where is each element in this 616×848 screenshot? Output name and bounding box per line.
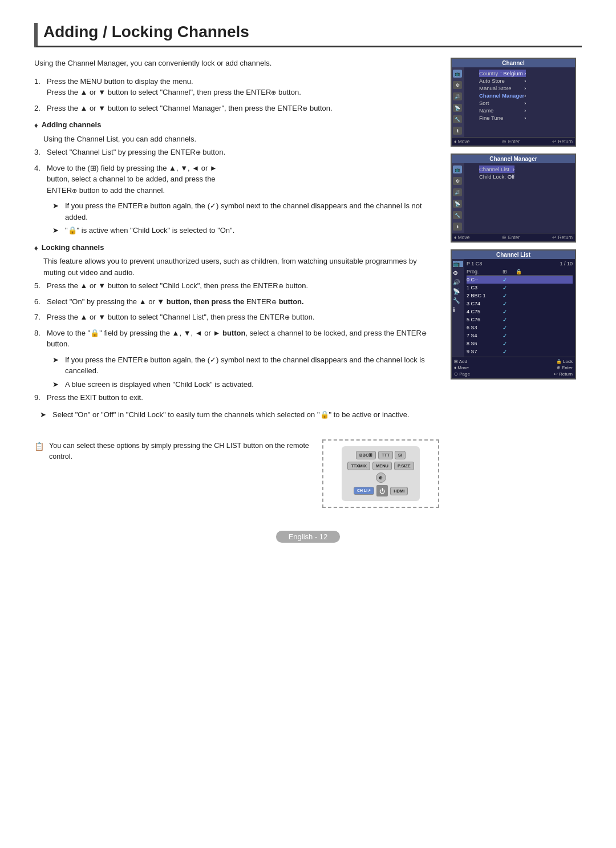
step-num: 8. bbox=[34, 328, 43, 350]
ch-add-check: ✓ bbox=[499, 285, 511, 291]
step-1: 1. Press the MENU button to display the … bbox=[34, 76, 439, 98]
channel-row-3: 3 C74 ✓ bbox=[467, 300, 573, 308]
ch-num-name: 0 C-- bbox=[467, 277, 496, 282]
menu-item: Name bbox=[479, 107, 493, 114]
channel-menu-row: Country : Belgium › bbox=[479, 70, 526, 77]
footer-enter: ⊕ Enter bbox=[502, 235, 520, 240]
locking-channels-section: ♦ Locking channels This feature allows y… bbox=[34, 242, 439, 278]
cl-footer-row1: ⊞ Add 🔒 Lock bbox=[454, 358, 573, 365]
cl-col-headers: Prog. ⊞ 🔒 bbox=[467, 268, 573, 276]
tv-icon-5: 🔧 bbox=[453, 211, 462, 219]
remote-btn-ttxmix: TTXMIX bbox=[347, 462, 370, 470]
menu-item: Sort bbox=[479, 100, 489, 106]
step-text: Select "Channel List" by pressing the EN… bbox=[47, 147, 225, 158]
diamond-icon: ♦ bbox=[34, 120, 38, 131]
step-num: 1. bbox=[34, 76, 43, 98]
ch-add-check: ✓ bbox=[499, 333, 511, 339]
cl-footer-row2: ♦ Move ⊕ Enter bbox=[454, 365, 573, 371]
diamond-icon: ♦ bbox=[34, 243, 38, 254]
cl-icon-2: ⚙ bbox=[453, 270, 463, 276]
arrow-icon: ➤ bbox=[40, 409, 49, 421]
screen-footer: ♦ Move ⊕ Enter ↩ Return bbox=[452, 233, 575, 241]
step-4: 4. Move to the (⊞) field by pressing the… bbox=[34, 163, 439, 196]
remote-btn-psize: P.SIZE bbox=[394, 462, 414, 470]
cl-screen-title: Channel List bbox=[452, 251, 575, 259]
ch-add-check: ✓ bbox=[499, 325, 511, 331]
remote-btn-bbc: BBC⊞ bbox=[356, 451, 376, 459]
arrow-icon: ➤ bbox=[52, 379, 62, 390]
footer-return: ↩ Return bbox=[552, 235, 573, 240]
menu-item: Auto Store bbox=[479, 78, 505, 84]
cl-page-info: 1 / 10 bbox=[560, 261, 573, 266]
menu-item: Channel Manager bbox=[479, 92, 524, 99]
ch-num-name: 6 S3 bbox=[467, 325, 496, 330]
channel-row-7: 7 S4 ✓ bbox=[467, 332, 573, 340]
step-num: 2. bbox=[34, 103, 43, 114]
menu-item-country-val: : Belgium › bbox=[500, 70, 526, 76]
step-8-note1: ➤ If you press the ENTER⊕ button again, … bbox=[43, 354, 439, 377]
ch-num-name: 7 S4 bbox=[467, 333, 496, 338]
ch-add-check: ✓ bbox=[499, 317, 511, 323]
col-add: ⊞ bbox=[499, 269, 511, 274]
ch-num-name: 5 C76 bbox=[467, 317, 496, 322]
ch-num-name: 3 C74 bbox=[467, 301, 496, 306]
page-footer: English - 12 bbox=[34, 531, 582, 543]
child-lock-val: : Off bbox=[504, 173, 514, 180]
tv-icon-3: 🔊 bbox=[453, 92, 462, 100]
channel-row-5: 5 C76 ✓ bbox=[467, 316, 573, 324]
step-text: Press the EXIT button to exit. bbox=[47, 392, 143, 403]
step-text: Press the ▲ or ▼ button to select "Child… bbox=[47, 280, 308, 292]
note-text: If you press the ENTER⊕ button again, th… bbox=[65, 200, 439, 223]
step-8-note2: ➤ A blue screen is displayed when "Child… bbox=[43, 379, 439, 390]
channel-row-8: 8 S6 ✓ bbox=[467, 340, 573, 348]
locking-channels-header: Locking channels bbox=[42, 242, 104, 253]
footer-move: ♦ Move bbox=[454, 139, 469, 144]
cl-icon-5: 🔧 bbox=[453, 297, 463, 304]
footer-move: ♦ Move bbox=[454, 235, 469, 240]
channel-manager-screen: Channel Manager 📺 ⚙ 🔊 📡 🔧 ℹ Channel List… bbox=[451, 154, 576, 243]
tv-sidebar-icons: 📺 ⚙ 🔊 📡 🔧 ℹ bbox=[452, 163, 464, 233]
main-content: Using the Channel Manager, you can conve… bbox=[34, 58, 439, 508]
adding-channels-section: ♦ Adding channels Using the Channel List… bbox=[34, 119, 439, 144]
remote-btn-chlist: CH LI↗ bbox=[354, 487, 374, 495]
step-7: 7. Press the ▲ or ▼ button to select "Ch… bbox=[34, 312, 439, 323]
step-4-note1: ➤ If you press the ENTER⊕ button again, … bbox=[43, 200, 439, 223]
cl-lock-label: 🔒 Lock bbox=[556, 359, 573, 364]
col-lock: 🔒 bbox=[513, 269, 524, 274]
footer-return: ↩ Return bbox=[552, 139, 573, 144]
cl-page-label: ⊙ Page bbox=[454, 371, 470, 377]
channel-menu-row: Sort › bbox=[479, 99, 526, 107]
adding-channels-desc: Using the Channel List, you can add chan… bbox=[43, 134, 439, 145]
step-text: Press the MENU button to display the men… bbox=[47, 76, 301, 98]
cl-body: 📺 ⚙ 🔊 📡 🔧 ℹ P 1 C3 1 / 10 Prog. ⊞ � bbox=[452, 259, 575, 357]
step-num: 4. bbox=[34, 163, 43, 196]
cl-sidebar: 📺 ⚙ 🔊 📡 🔧 ℹ bbox=[452, 259, 464, 357]
step-6: 6. Select "On" by pressing the ▲ or ▼ bu… bbox=[34, 296, 439, 308]
menu-item-country: Country bbox=[479, 70, 498, 76]
tv-icon-1: 📺 bbox=[453, 165, 462, 173]
steps-list: 1. Press the MENU button to display the … bbox=[34, 76, 439, 403]
tv-icon-4: 📡 bbox=[453, 104, 462, 112]
ch-add-check: ✓ bbox=[499, 341, 511, 347]
remote-control-diagram: BBC⊞ TTT SI TTXMIX MENU P.SIZE ⊕ bbox=[322, 439, 439, 508]
channel-list-screen: Channel List 📺 ⚙ 🔊 📡 🔧 ℹ P 1 C3 1 / 10 bbox=[451, 249, 576, 379]
tv-icon-6: ℹ bbox=[453, 223, 462, 231]
bottom-note-text: You can select these options by simply p… bbox=[49, 441, 311, 462]
tv-icon-2: ⚙ bbox=[453, 177, 462, 185]
cl-current-channel: P 1 C3 bbox=[467, 261, 482, 266]
step-text: Press the ▲ or ▼ button to select "Chann… bbox=[47, 312, 315, 323]
step-2: 2. Press the ▲ or ▼ button to select "Ch… bbox=[34, 103, 439, 114]
channel-menu-row: Fine Tune › bbox=[479, 114, 526, 122]
channel-menu-row: Name › bbox=[479, 107, 526, 114]
cl-top-bar: P 1 C3 1 / 10 bbox=[467, 260, 573, 268]
ch-add-check: ✓ bbox=[499, 293, 511, 299]
screen-title: Channel Manager bbox=[452, 155, 575, 163]
cl-icon-6: ℹ bbox=[453, 306, 463, 313]
cl-return-label: ↩ Return bbox=[554, 371, 573, 377]
cl-icon-1: 📺 bbox=[453, 261, 463, 267]
channel-menu-row: Manual Store › bbox=[479, 84, 526, 92]
ch-num-name: 2 BBC 1 bbox=[467, 293, 496, 298]
ch-num-name: 9 S7 bbox=[467, 349, 496, 354]
screen-title: Channel bbox=[452, 59, 575, 67]
ch-num-name: 4 C75 bbox=[467, 309, 496, 314]
